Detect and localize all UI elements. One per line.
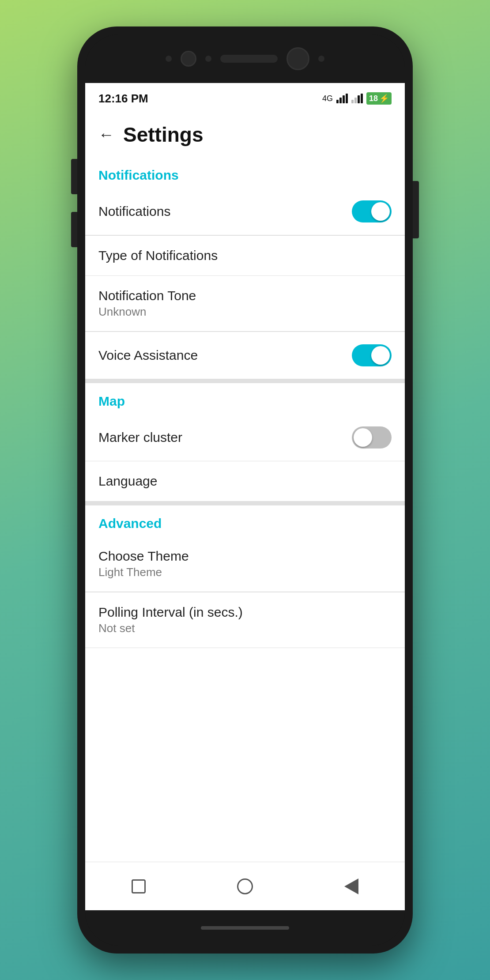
sensor-dot2 [205, 56, 211, 62]
status-time: 12:16 PM [98, 92, 148, 106]
bottom-nav [85, 862, 405, 910]
language-text: Language [98, 474, 157, 489]
polling-interval-item[interactable]: Polling Interval (in secs.) Not set [85, 592, 405, 648]
phone-frame: 12:16 PM 4G [77, 26, 413, 954]
polling-interval-sublabel: Not set [98, 622, 243, 635]
notification-tone-label: Notification Tone [98, 288, 196, 303]
home-indicator [201, 926, 289, 930]
notifications-label: Notifications [98, 204, 170, 219]
sensor-dot [166, 56, 172, 62]
page-title: Settings [123, 123, 203, 147]
notification-tone-sublabel: Unknown [98, 305, 196, 319]
signal-strength-2 [351, 94, 363, 103]
choose-theme-label: Choose Theme [98, 549, 189, 564]
type-of-notifications-item[interactable]: Type of Notifications [85, 236, 405, 275]
app-content: ← Settings Notifications Notifications [85, 114, 405, 862]
voice-assistance-toggle[interactable] [352, 344, 392, 366]
type-of-notifications-text: Type of Notifications [98, 248, 218, 263]
notifications-section-label: Notifications [85, 157, 405, 188]
nav-back[interactable] [338, 873, 365, 900]
polling-interval-text: Polling Interval (in secs.) Not set [98, 605, 243, 635]
notifications-toggle-knob [371, 202, 390, 221]
volume-up-button[interactable] [71, 159, 77, 194]
section-divider-2 [85, 501, 405, 505]
voice-assistance-item[interactable]: Voice Assistance [85, 332, 405, 379]
front-camera [181, 51, 196, 67]
sensor-dot3 [318, 56, 324, 62]
signal-strength-1 [336, 94, 348, 103]
home-icon [237, 878, 253, 894]
network-4g: 4G [322, 94, 333, 103]
volume-down-button[interactable] [71, 212, 77, 247]
marker-cluster-text: Marker cluster [98, 430, 182, 445]
back-icon [344, 878, 358, 894]
choose-theme-text: Choose Theme Light Theme [98, 549, 189, 579]
power-button[interactable] [413, 181, 419, 238]
battery-bolt: ⚡ [379, 94, 389, 103]
map-section-label: Map [85, 383, 405, 414]
voice-assistance-label: Voice Assistance [98, 348, 198, 363]
notifications-item-text: Notifications [98, 204, 170, 219]
notification-tone-text: Notification Tone Unknown [98, 288, 196, 319]
nav-home[interactable] [232, 873, 258, 900]
app-screen: 12:16 PM 4G [85, 83, 405, 910]
marker-cluster-toggle-knob [354, 428, 372, 447]
notification-tone-item[interactable]: Notification Tone Unknown [85, 276, 405, 331]
earpiece-speaker [220, 55, 278, 63]
language-item[interactable]: Language [85, 461, 405, 501]
battery-level: 18 [369, 94, 378, 103]
battery-icon: 18 ⚡ [366, 92, 392, 105]
notifications-toggle[interactable] [352, 200, 392, 222]
type-of-notifications-label: Type of Notifications [98, 248, 218, 263]
back-button[interactable]: ← [98, 125, 114, 144]
nav-recent-apps[interactable] [125, 873, 152, 900]
marker-cluster-label: Marker cluster [98, 430, 182, 445]
recent-apps-icon [132, 879, 146, 893]
phone-top-bar [85, 34, 405, 83]
notifications-item[interactable]: Notifications [85, 188, 405, 235]
choose-theme-sublabel: Light Theme [98, 565, 189, 579]
voice-assistance-toggle-knob [371, 346, 390, 365]
voice-assistance-text: Voice Assistance [98, 348, 198, 363]
phone-screen: 12:16 PM 4G [85, 34, 405, 946]
app-header: ← Settings [85, 114, 405, 157]
phone-bottom-bar [85, 910, 405, 946]
section-divider-1 [85, 379, 405, 383]
language-label: Language [98, 474, 157, 489]
status-icons: 4G 18 ⚡ [322, 92, 392, 105]
scroll-space [85, 648, 405, 661]
choose-theme-item[interactable]: Choose Theme Light Theme [85, 536, 405, 592]
advanced-section-label: Advanced [85, 505, 405, 536]
marker-cluster-toggle[interactable] [352, 426, 392, 449]
selfie-camera [286, 47, 309, 70]
marker-cluster-item[interactable]: Marker cluster [85, 414, 405, 461]
polling-interval-label: Polling Interval (in secs.) [98, 605, 243, 620]
status-bar: 12:16 PM 4G [85, 83, 405, 114]
